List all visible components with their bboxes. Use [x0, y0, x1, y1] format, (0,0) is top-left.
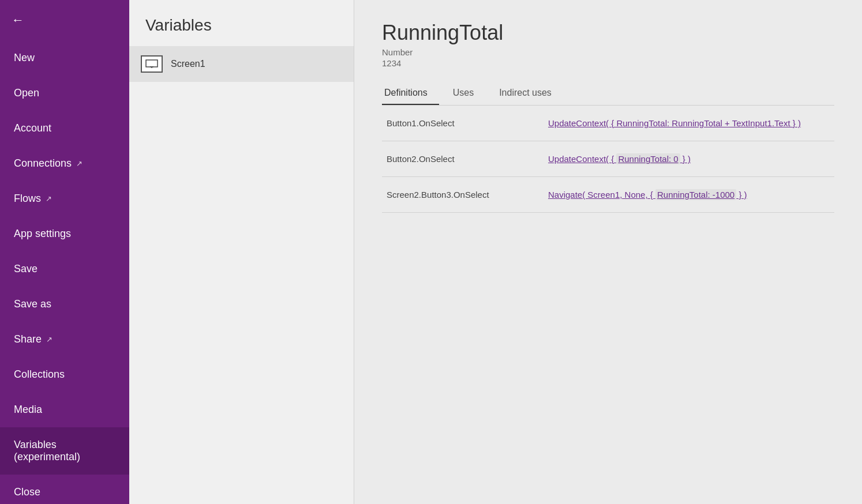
sidebar-item-label: App settings [14, 228, 71, 240]
sidebar-item-label: Flows [14, 193, 41, 205]
sidebar-item-label: Save [14, 263, 38, 275]
sidebar-item-share[interactable]: Share ↗ [0, 322, 129, 357]
external-link-icon: ↗ [46, 335, 53, 344]
definition-formula-3[interactable]: Navigate( Screen1, None, { RunningTotal:… [544, 177, 834, 213]
variable-value: 1234 [382, 58, 834, 68]
table-row: Button1.OnSelect UpdateContext( { Runnin… [382, 106, 834, 141]
sidebar-item-variables[interactable]: Variables (experimental) [0, 427, 129, 475]
tab-uses[interactable]: Uses [451, 82, 485, 105]
screen1-label: Screen1 [171, 59, 205, 69]
sidebar-item-label: Account [14, 122, 51, 134]
svg-rect-0 [146, 60, 158, 67]
sidebar-item-label: Media [14, 404, 42, 416]
screen-icon [141, 55, 163, 73]
back-icon: ← [12, 13, 24, 28]
definition-source-2: Button2.OnSelect [382, 141, 544, 177]
external-link-icon: ↗ [46, 194, 52, 203]
sidebar-item-label: Collections [14, 368, 65, 381]
sidebar-item-collections[interactable]: Collections [0, 357, 129, 392]
sidebar-item-app-settings[interactable]: App settings [0, 216, 129, 251]
sidebar-item-save-as[interactable]: Save as [0, 287, 129, 322]
definition-formula-1[interactable]: UpdateContext( { RunningTotal: RunningTo… [544, 106, 834, 141]
sidebar-item-account[interactable]: Account [0, 111, 129, 146]
sidebar-item-save[interactable]: Save [0, 251, 129, 287]
main-content: RunningTotal Number 1234 Definitions Use… [354, 0, 862, 504]
definitions-table: Button1.OnSelect UpdateContext( { Runnin… [382, 106, 834, 213]
table-row: Button2.OnSelect UpdateContext( { Runnin… [382, 141, 834, 177]
sidebar-item-label: New [14, 52, 35, 64]
sidebar-item-flows[interactable]: Flows ↗ [0, 181, 129, 216]
sidebar-item-label: Open [14, 87, 39, 99]
sidebar-item-label: Save as [14, 298, 51, 310]
sidebar-item-label: Connections [14, 157, 72, 170]
sidebar-item-label: Share [14, 333, 42, 345]
tabs-bar: Definitions Uses Indirect uses [382, 82, 834, 106]
sidebar-item-label: Close [14, 486, 40, 498]
variable-type: Number [382, 47, 834, 57]
table-row: Screen2.Button3.OnSelect Navigate( Scree… [382, 177, 834, 213]
variable-name: RunningTotal [382, 21, 834, 45]
sidebar-item-new[interactable]: New [0, 40, 129, 76]
tab-definitions[interactable]: Definitions [382, 82, 439, 105]
definition-formula-2[interactable]: UpdateContext( { RunningTotal: 0 } ) [544, 141, 834, 177]
sidebar: ← New Open Account Connections ↗ Flows ↗… [0, 0, 129, 504]
sidebar-item-close[interactable]: Close [0, 475, 129, 504]
back-button[interactable]: ← [0, 0, 129, 40]
sidebar-item-open[interactable]: Open [0, 76, 129, 111]
sidebar-item-label: Variables (experimental) [14, 439, 115, 463]
tab-indirect-uses[interactable]: Indirect uses [497, 82, 563, 105]
sidebar-item-connections[interactable]: Connections ↗ [0, 146, 129, 181]
definition-source-3: Screen2.Button3.OnSelect [382, 177, 544, 213]
screen1-item[interactable]: Screen1 [129, 46, 354, 82]
external-link-icon: ↗ [76, 159, 83, 168]
middle-panel: Variables Screen1 [129, 0, 354, 504]
sidebar-item-media[interactable]: Media [0, 392, 129, 427]
definition-source-1: Button1.OnSelect [382, 106, 544, 141]
panel-title: Variables [129, 0, 354, 46]
